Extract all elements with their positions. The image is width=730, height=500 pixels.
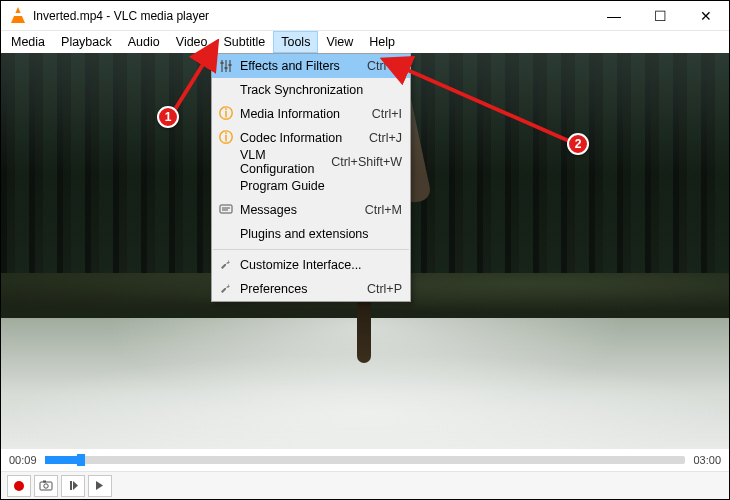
menu-media[interactable]: Media bbox=[3, 31, 53, 53]
seek-bar: 00:09 03:00 bbox=[1, 449, 729, 471]
seek-progress bbox=[45, 456, 77, 464]
time-elapsed: 00:09 bbox=[9, 454, 37, 466]
menu-tools[interactable]: Tools bbox=[273, 31, 318, 53]
menuitem-codec-information[interactable]: ⓘ Codec Information Ctrl+J bbox=[212, 126, 410, 150]
menu-video[interactable]: Video bbox=[168, 31, 216, 53]
wrench-icon bbox=[216, 279, 236, 299]
time-total: 03:00 bbox=[693, 454, 721, 466]
vlc-cone-icon bbox=[9, 7, 27, 25]
window-titlebar: Inverted.mp4 - VLC media player — ☐ ✕ bbox=[1, 1, 729, 31]
svg-rect-13 bbox=[43, 481, 46, 483]
menu-separator bbox=[213, 249, 409, 250]
window-title: Inverted.mp4 - VLC media player bbox=[33, 9, 591, 23]
menuitem-label: Effects and Filters bbox=[236, 59, 357, 73]
annotation-callout-1: 1 bbox=[157, 106, 179, 128]
svg-rect-11 bbox=[40, 482, 52, 490]
menuitem-vlm-config[interactable]: VLM Configuration Ctrl+Shift+W bbox=[212, 150, 410, 174]
menuitem-effects-and-filters[interactable]: Effects and Filters Ctrl+E bbox=[212, 54, 410, 78]
loop-a-button[interactable] bbox=[61, 475, 85, 497]
menu-view[interactable]: View bbox=[318, 31, 361, 53]
record-button[interactable] bbox=[7, 475, 31, 497]
frame-step-button[interactable] bbox=[88, 475, 112, 497]
wrench-icon bbox=[216, 255, 236, 275]
menuitem-program-guide[interactable]: Program Guide bbox=[212, 174, 410, 198]
menuitem-customize-interface[interactable]: Customize Interface... bbox=[212, 253, 410, 277]
seek-track[interactable] bbox=[45, 456, 686, 464]
svg-rect-14 bbox=[70, 481, 72, 490]
playback-controls bbox=[1, 471, 729, 499]
maximize-button[interactable]: ☐ bbox=[637, 1, 683, 31]
menu-audio[interactable]: Audio bbox=[120, 31, 168, 53]
menu-playback[interactable]: Playback bbox=[53, 31, 120, 53]
svg-rect-4 bbox=[225, 67, 228, 69]
tools-dropdown: Effects and Filters Ctrl+E Track Synchro… bbox=[211, 53, 411, 302]
sliders-icon bbox=[216, 56, 236, 76]
messages-icon bbox=[216, 200, 236, 220]
annotation-callout-2: 2 bbox=[567, 133, 589, 155]
menuitem-preferences[interactable]: Preferences Ctrl+P bbox=[212, 277, 410, 301]
menubar: Media Playback Audio Video Subtitle Tool… bbox=[1, 31, 729, 53]
menu-subtitle[interactable]: Subtitle bbox=[216, 31, 274, 53]
svg-rect-3 bbox=[221, 62, 224, 64]
svg-rect-6 bbox=[220, 205, 232, 213]
minimize-button[interactable]: — bbox=[591, 1, 637, 31]
seek-thumb[interactable] bbox=[77, 454, 85, 466]
menu-help[interactable]: Help bbox=[361, 31, 403, 53]
close-button[interactable]: ✕ bbox=[683, 1, 729, 31]
menuitem-shortcut: Ctrl+E bbox=[357, 59, 402, 73]
svg-point-12 bbox=[44, 484, 48, 488]
snapshot-button[interactable] bbox=[34, 475, 58, 497]
menuitem-media-information[interactable]: ⓘ Media Information Ctrl+I bbox=[212, 102, 410, 126]
menuitem-track-sync[interactable]: Track Synchronization bbox=[212, 78, 410, 102]
info-icon: ⓘ bbox=[216, 104, 236, 124]
svg-rect-5 bbox=[229, 64, 232, 66]
menuitem-messages[interactable]: Messages Ctrl+M bbox=[212, 198, 410, 222]
info-icon: ⓘ bbox=[216, 128, 236, 148]
menuitem-plugins[interactable]: Plugins and extensions bbox=[212, 222, 410, 246]
